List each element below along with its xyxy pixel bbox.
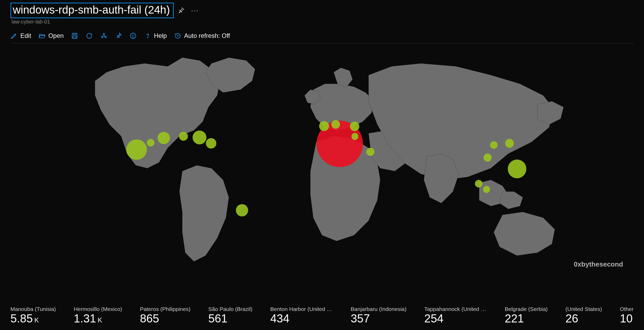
stat-label: Banjarbaru (Indonesia): [351, 306, 407, 312]
help-label: Help: [154, 32, 167, 39]
stat-item: Benton Harbor (United St…434: [270, 306, 333, 325]
stat-label: Tappahannock (United Sta…: [424, 306, 487, 312]
stat-item: Belgrade (Serbia)221: [505, 306, 548, 325]
stat-label: (United States): [565, 306, 602, 312]
stat-item: Hermosillo (Mexico)1.31K: [74, 306, 122, 325]
stat-value: 357: [351, 312, 407, 325]
map-marker[interactable]: [331, 120, 340, 129]
stats-row: Manouba (Tunisia)5.85KHermosillo (Mexico…: [10, 306, 634, 325]
svg-point-6: [130, 33, 136, 39]
smiley-icon: [129, 32, 137, 39]
stat-item: Banjarbaru (Indonesia)357: [351, 306, 407, 325]
svg-point-7: [132, 35, 133, 36]
stat-item: Tappahannock (United Sta…254: [424, 306, 487, 325]
svg-point-3: [102, 36, 103, 38]
stat-value: 1.31K: [74, 312, 122, 325]
more-icon[interactable]: ···: [191, 6, 199, 15]
stat-value: 26: [565, 312, 602, 325]
map-marker[interactable]: [475, 180, 482, 187]
stat-item: Manouba (Tunisia)5.85K: [10, 306, 56, 325]
stat-item: (United States)26: [565, 306, 602, 325]
svg-point-9: [147, 37, 148, 38]
map-marker[interactable]: [490, 141, 498, 149]
stat-label: Belgrade (Serbia): [505, 306, 548, 312]
watermark: 0xbythesecond: [574, 260, 623, 268]
pin-toolbar-icon: [115, 32, 122, 39]
svg-point-5: [103, 33, 105, 35]
svg-rect-1: [73, 33, 76, 35]
map-marker[interactable]: [366, 148, 374, 156]
map-marker[interactable]: [147, 139, 154, 146]
share-button[interactable]: [100, 32, 108, 39]
stat-item: Other10: [620, 306, 634, 325]
stat-label: Pateros (Philippines): [140, 306, 190, 312]
stat-value: 5.85K: [10, 312, 56, 325]
share-icon: [100, 32, 108, 39]
stat-value: 865: [140, 312, 190, 325]
open-button[interactable]: Open: [38, 32, 64, 39]
map-marker[interactable]: [206, 138, 216, 149]
map-marker[interactable]: [483, 186, 490, 193]
clock-refresh-icon: [174, 32, 181, 39]
autorefresh-label: Auto refresh: Off: [184, 32, 230, 39]
stat-value: 561: [208, 312, 252, 325]
pin-icon[interactable]: [177, 7, 185, 14]
pencil-icon: [10, 32, 18, 39]
save-button[interactable]: [71, 32, 78, 39]
stat-value: 221: [505, 312, 548, 325]
edit-button[interactable]: Edit: [10, 32, 31, 39]
map-marker[interactable]: [236, 204, 248, 216]
map-marker[interactable]: [126, 139, 147, 160]
help-button[interactable]: Help: [144, 32, 167, 39]
stat-label: Other: [620, 306, 634, 312]
svg-point-4: [105, 36, 106, 38]
map-marker[interactable]: [179, 132, 188, 140]
subtitle: law-cyber-lab-01: [11, 19, 634, 25]
map-marker[interactable]: [505, 139, 514, 148]
stat-label: Benton Harbor (United St…: [270, 306, 333, 312]
map-marker[interactable]: [319, 121, 329, 131]
stat-item: São Paulo (Brazil)561: [208, 306, 252, 325]
page-title: windows-rdp-smb-auth-fail (24h): [10, 3, 174, 18]
stat-label: São Paulo (Brazil): [208, 306, 252, 312]
svg-point-8: [134, 35, 134, 36]
stat-value: 434: [270, 312, 333, 325]
map-marker[interactable]: [350, 122, 359, 131]
edit-label: Edit: [20, 32, 31, 39]
map-marker[interactable]: [158, 132, 170, 144]
folder-open-icon: [38, 32, 46, 39]
stat-item: Pateros (Philippines)865: [140, 306, 190, 325]
map-marker[interactable]: [351, 133, 359, 140]
open-label: Open: [48, 32, 64, 39]
svg-rect-2: [73, 36, 76, 38]
autorefresh-button[interactable]: Auto refresh: Off: [174, 32, 230, 39]
stat-value: 10: [620, 312, 634, 325]
map-marker[interactable]: [508, 160, 526, 178]
pin-button[interactable]: [115, 32, 122, 39]
save-icon: [71, 32, 78, 39]
feedback-button[interactable]: [129, 32, 137, 39]
refresh-button[interactable]: [86, 32, 93, 39]
toolbar: Edit Open: [10, 32, 634, 43]
stat-value: 254: [424, 312, 487, 325]
refresh-icon: [86, 32, 93, 39]
world-map[interactable]: 0xbythesecond: [10, 46, 634, 273]
help-icon: [144, 32, 151, 39]
stat-label: Manouba (Tunisia): [10, 306, 56, 312]
world-map-svg: [10, 46, 634, 273]
stat-label: Hermosillo (Mexico): [74, 306, 122, 312]
